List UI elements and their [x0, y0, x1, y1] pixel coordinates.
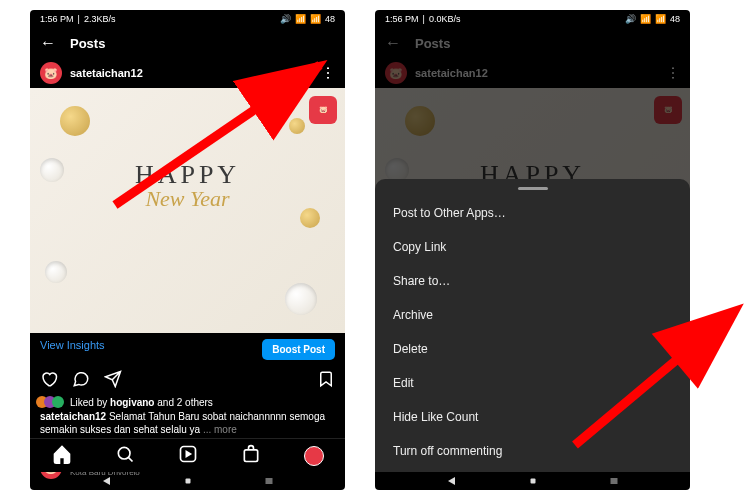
home-key[interactable] [527, 475, 539, 487]
wifi-icon: 📶 [640, 14, 651, 24]
avatar[interactable]: 🐷 [385, 62, 407, 84]
sheet-delete[interactable]: Delete [375, 332, 690, 366]
sheet-hide-likes[interactable]: Hide Like Count [375, 400, 690, 434]
more-link[interactable]: ... more [203, 424, 237, 435]
bottom-nav [30, 438, 345, 472]
image-badge: 🐷 [309, 96, 337, 124]
status-bar: 1:56 PM| 0.0KB/s 🔊 📶 📶 48 [375, 10, 690, 28]
android-nav [375, 472, 690, 490]
back-key[interactable] [445, 475, 457, 487]
comment-icon[interactable] [72, 370, 90, 392]
post-username[interactable]: satetaichan12 [415, 67, 658, 79]
image-text-2: New Year [135, 186, 240, 212]
back-key[interactable] [100, 475, 112, 487]
svg-rect-3 [185, 479, 190, 484]
bookmark-icon[interactable] [317, 370, 335, 392]
status-bar: 1:56 PM| 2.3KB/s 🔊 📶 📶 48 [30, 10, 345, 28]
post-username[interactable]: satetaichan12 [70, 67, 313, 79]
sheet-handle[interactable] [518, 187, 548, 190]
voice-icon: 🔊 [625, 14, 636, 24]
page-title: Posts [70, 36, 105, 51]
svg-point-0 [118, 447, 130, 459]
sheet-edit[interactable]: Edit [375, 366, 690, 400]
status-rate: 0.0KB/s [429, 14, 461, 24]
sheet-post-other-apps[interactable]: Post to Other Apps… [375, 196, 690, 230]
sheet-share-to[interactable]: Share to… [375, 264, 690, 298]
back-icon[interactable]: ← [385, 34, 401, 52]
sheet-archive[interactable]: Archive [375, 298, 690, 332]
sheet-copy-link[interactable]: Copy Link [375, 230, 690, 264]
page-title: Posts [415, 36, 450, 51]
page-header: ← Posts [30, 28, 345, 58]
home-key[interactable] [182, 475, 194, 487]
more-icon[interactable]: ⋯ [320, 66, 336, 80]
post-header: 🐷 satetaichan12 ⋯ [375, 58, 690, 88]
action-sheet: Post to Other Apps… Copy Link Share to… … [375, 179, 690, 472]
svg-rect-4 [530, 479, 535, 484]
status-time: 1:56 PM [385, 14, 419, 24]
recent-key[interactable] [608, 475, 620, 487]
shop-icon[interactable] [241, 444, 261, 468]
sheet-turn-off-comments[interactable]: Turn off commenting [375, 434, 690, 468]
search-icon[interactable] [115, 444, 135, 468]
voice-icon: 🔊 [280, 14, 291, 24]
battery: 48 [325, 14, 335, 24]
boost-post-button[interactable]: Boost Post [262, 339, 335, 360]
phone-left: 1:56 PM| 2.3KB/s 🔊 📶 📶 48 ← Posts 🐷 sate… [30, 10, 345, 490]
signal-icon: 📶 [310, 14, 321, 24]
back-icon[interactable]: ← [40, 34, 56, 52]
view-insights-link[interactable]: View Insights [40, 339, 105, 360]
android-nav [30, 472, 345, 490]
recent-key[interactable] [263, 475, 275, 487]
home-icon[interactable] [52, 444, 72, 468]
like-icon[interactable] [40, 370, 58, 392]
likes-row[interactable]: Liked by hogivano and 2 others [30, 396, 345, 408]
share-icon[interactable] [104, 370, 122, 392]
status-time: 1:56 PM [40, 14, 74, 24]
post-header: 🐷 satetaichan12 ⋯ [30, 58, 345, 88]
status-rate: 2.3KB/s [84, 14, 116, 24]
reels-icon[interactable] [178, 444, 198, 468]
avatar[interactable]: 🐷 [40, 62, 62, 84]
phone-right: 1:56 PM| 0.0KB/s 🔊 📶 📶 48 ← Posts 🐷 sate… [375, 10, 690, 490]
post-actions [30, 366, 345, 396]
svg-rect-2 [244, 449, 257, 461]
wifi-icon: 📶 [295, 14, 306, 24]
profile-icon[interactable] [304, 446, 324, 466]
signal-icon: 📶 [655, 14, 666, 24]
battery: 48 [670, 14, 680, 24]
more-icon[interactable]: ⋯ [665, 66, 681, 80]
page-header: ← Posts [375, 28, 690, 58]
post-image[interactable]: HAPPY New Year 🐷 [30, 88, 345, 333]
caption: satetaichan12 Selamat Tahun Baru sobat n… [30, 408, 345, 438]
